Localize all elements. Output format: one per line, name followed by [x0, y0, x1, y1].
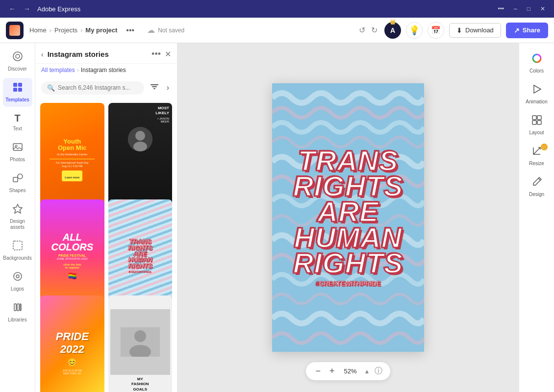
- zoom-in-button[interactable]: +: [327, 365, 337, 377]
- save-status: Not saved: [158, 27, 184, 34]
- svg-rect-32: [537, 121, 541, 124]
- back-button[interactable]: ←: [6, 4, 19, 14]
- canvas-text-block[interactable]: TRANS RIGHTS ARE HUMAN RIGHTS #CREATEWIT…: [288, 143, 408, 292]
- svg-point-9: [18, 174, 23, 179]
- text-line-4: HUMAN: [293, 225, 403, 250]
- sidebar-item-discover[interactable]: Discover: [3, 47, 32, 76]
- breadcrumb-all-link[interactable]: All templates: [41, 67, 75, 74]
- text-line-5: RIGHTS: [293, 250, 403, 276]
- sidebar-item-templates[interactable]: Templates: [3, 78, 32, 107]
- svg-point-24: [134, 330, 146, 342]
- sidebar-item-shapes[interactable]: Shapes: [3, 169, 32, 197]
- right-item-animation[interactable]: Animation: [522, 80, 552, 109]
- text-label: Text: [13, 126, 22, 132]
- hashtag-text: #CREATEWITHPRIDE: [293, 280, 403, 287]
- svg-point-7: [15, 145, 17, 147]
- canvas-container[interactable]: TRANS RIGHTS ARE HUMAN RIGHTS #CREATEWIT…: [272, 83, 424, 352]
- sidebar-item-libraries[interactable]: Libraries: [3, 298, 32, 327]
- template-card-5[interactable]: PRIDE2022 😊 JUN 26 12:00 PMNEW YORK, NY: [40, 295, 104, 392]
- title-bar-nav: ← →: [6, 4, 33, 14]
- svg-rect-29: [532, 116, 536, 120]
- avatar-initial: A: [390, 26, 395, 34]
- panel-close-button[interactable]: ✕: [165, 49, 171, 59]
- cloud-status: ☁ Not saved: [147, 25, 184, 35]
- right-item-resize[interactable]: 👑 Resize: [522, 142, 552, 171]
- svg-rect-31: [532, 121, 536, 124]
- right-item-design[interactable]: Design: [522, 172, 552, 201]
- photos-icon: [12, 142, 23, 155]
- templates-label: Templates: [5, 97, 29, 103]
- calendar-button[interactable]: 📅: [428, 22, 444, 39]
- templates-grid: YouthOpen Mic At the Rutlandia Center Fo…: [35, 99, 177, 392]
- photos-label: Photos: [10, 157, 25, 163]
- canvas-design: TRANS RIGHTS ARE HUMAN RIGHTS #CREATEWIT…: [272, 83, 424, 352]
- sidebar-item-backgrounds[interactable]: Backgrounds: [3, 236, 32, 265]
- discover-label: Discover: [8, 66, 27, 72]
- header-more-button[interactable]: •••: [123, 25, 137, 36]
- sep1: ›: [50, 26, 51, 34]
- app-title: Adobe Express: [37, 5, 80, 13]
- user-avatar[interactable]: 👑 A: [384, 22, 401, 39]
- logos-icon: [12, 271, 23, 284]
- zoom-out-button[interactable]: −: [314, 365, 323, 377]
- resize-crown-badge: 👑: [541, 144, 548, 150]
- sep2: ›: [80, 26, 82, 34]
- share-label: Share: [523, 26, 540, 34]
- right-sidebar: Colors Animation Layout 👑 Resize Desi: [519, 43, 554, 392]
- projects-link[interactable]: Projects: [54, 26, 77, 34]
- colors-icon: [531, 53, 542, 66]
- logo-inner: [9, 25, 20, 36]
- panel-back-button[interactable]: ‹: [41, 50, 44, 58]
- sidebar-item-photos[interactable]: Photos: [3, 138, 32, 167]
- share-button[interactable]: ↗ Share: [506, 23, 548, 38]
- svg-rect-15: [17, 304, 19, 311]
- panel-more-button[interactable]: •••: [151, 49, 161, 59]
- breadcrumb-current: Instagram stories: [81, 67, 126, 74]
- more-button[interactable]: •••: [495, 4, 507, 13]
- templates-panel: ‹ Instagram stories ••• ✕ All templates …: [35, 43, 177, 392]
- zoom-level: 52%: [342, 368, 359, 375]
- close-button[interactable]: ✕: [537, 4, 548, 13]
- trans-rights-design: TRANS RIGHTS ARE HUMAN RIGHTS #CREATEWIT…: [272, 83, 424, 352]
- svg-rect-4: [13, 88, 17, 92]
- expand-button[interactable]: ›: [165, 81, 171, 94]
- main-layout: Discover Templates T Text Photos Shapes: [0, 43, 554, 392]
- zoom-chevron-button[interactable]: ▲: [364, 368, 370, 375]
- panel-header: ‹ Instagram stories ••• ✕: [35, 43, 177, 64]
- design-icon: [531, 176, 542, 190]
- minimize-button[interactable]: –: [511, 4, 520, 13]
- home-link[interactable]: Home: [29, 26, 47, 34]
- breadcrumb: Home › Projects › My project: [29, 26, 117, 34]
- info-button[interactable]: ⓘ: [375, 366, 382, 376]
- sidebar-item-logos[interactable]: Logos: [3, 267, 32, 296]
- svg-point-1: [16, 54, 20, 58]
- svg-rect-11: [13, 241, 22, 250]
- canvas-main-text: TRANS RIGHTS ARE HUMAN RIGHTS: [293, 148, 403, 276]
- redo-button[interactable]: ↻: [369, 24, 379, 37]
- sidebar-item-text[interactable]: T Text: [3, 109, 32, 136]
- svg-marker-28: [534, 85, 541, 93]
- download-button[interactable]: ⬇ Download: [449, 23, 501, 38]
- left-sidebar: Discover Templates T Text Photos Shapes: [0, 43, 35, 392]
- filter-button[interactable]: [148, 80, 161, 95]
- svg-rect-17: [151, 84, 158, 85]
- forward-button[interactable]: →: [21, 4, 33, 14]
- svg-point-21: [135, 131, 145, 141]
- search-input[interactable]: [58, 84, 138, 91]
- svg-rect-3: [18, 83, 22, 87]
- maximize-button[interactable]: □: [524, 4, 533, 13]
- right-item-layout[interactable]: Layout: [522, 111, 552, 140]
- right-item-colors[interactable]: Colors: [522, 49, 552, 78]
- crown-icon: 👑: [390, 19, 396, 24]
- download-icon: ⬇: [456, 26, 462, 34]
- project-name: My project: [85, 26, 117, 34]
- header-actions: ↺ ↻ 👑 A 💡 📅 ⬇ Download ↗ Share: [357, 22, 548, 39]
- animation-label: Animation: [526, 99, 547, 105]
- idea-button[interactable]: 💡: [406, 22, 423, 39]
- svg-point-13: [16, 275, 19, 278]
- sidebar-item-design-assets[interactable]: Design assets: [3, 199, 32, 234]
- undo-button[interactable]: ↺: [357, 24, 367, 37]
- undo-redo-group: ↺ ↻: [357, 24, 379, 37]
- template-card-6[interactable]: MYFASHIONGOALS 2024: [108, 295, 173, 392]
- title-bar-left: ← → Adobe Express: [6, 4, 80, 14]
